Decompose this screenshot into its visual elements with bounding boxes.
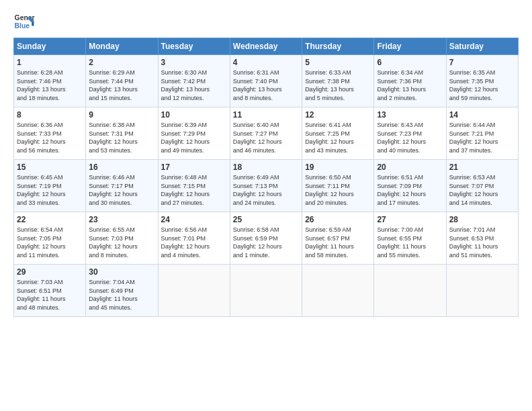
cell-info: Sunrise: 6:38 AMSunset: 7:31 PMDaylight:… bbox=[89, 121, 154, 154]
day-number: 7 bbox=[449, 58, 515, 67]
day-number: 26 bbox=[305, 215, 371, 224]
day-number: 5 bbox=[305, 58, 371, 67]
day-number: 1 bbox=[17, 58, 83, 67]
calendar-cell: 20Sunrise: 6:51 AMSunset: 7:09 PMDayligh… bbox=[374, 160, 446, 212]
calendar-cell: 17Sunrise: 6:48 AMSunset: 7:15 PMDayligh… bbox=[158, 160, 230, 212]
day-number: 28 bbox=[449, 215, 515, 224]
calendar-cell: 27Sunrise: 7:00 AMSunset: 6:55 PMDayligh… bbox=[374, 212, 446, 265]
cell-info: Sunrise: 6:41 AMSunset: 7:25 PMDaylight:… bbox=[305, 121, 371, 154]
calendar-cell: 5Sunrise: 6:33 AMSunset: 7:38 PMDaylight… bbox=[302, 55, 374, 107]
cell-info: Sunrise: 6:30 AMSunset: 7:42 PMDaylight:… bbox=[161, 68, 227, 102]
calendar-cell: 9Sunrise: 6:38 AMSunset: 7:31 PMDaylight… bbox=[86, 107, 158, 160]
day-header-friday: Friday bbox=[374, 38, 446, 55]
cell-info: Sunrise: 7:01 AMSunset: 6:53 PMDaylight:… bbox=[449, 226, 515, 259]
cell-info: Sunrise: 7:04 AMSunset: 6:49 PMDaylight:… bbox=[89, 278, 154, 312]
calendar-cell: 3Sunrise: 6:30 AMSunset: 7:42 PMDaylight… bbox=[158, 55, 230, 107]
cell-info: Sunrise: 6:43 AMSunset: 7:23 PMDaylight:… bbox=[377, 121, 443, 154]
day-header-wednesday: Wednesday bbox=[230, 38, 302, 55]
calendar-cell bbox=[446, 265, 518, 317]
day-number: 23 bbox=[89, 215, 154, 224]
cell-info: Sunrise: 6:54 AMSunset: 7:05 PMDaylight:… bbox=[17, 226, 83, 259]
cell-info: Sunrise: 6:51 AMSunset: 7:09 PMDaylight:… bbox=[377, 173, 443, 207]
calendar-cell: 8Sunrise: 6:36 AMSunset: 7:33 PMDaylight… bbox=[14, 107, 86, 160]
calendar-cell: 2Sunrise: 6:29 AMSunset: 7:44 PMDaylight… bbox=[86, 55, 158, 107]
day-number: 2 bbox=[89, 58, 154, 67]
calendar-cell: 7Sunrise: 6:35 AMSunset: 7:35 PMDaylight… bbox=[446, 55, 518, 107]
logo-icon: General Blue bbox=[13, 11, 35, 32]
cell-info: Sunrise: 6:49 AMSunset: 7:13 PMDaylight:… bbox=[233, 173, 299, 207]
calendar-cell: 10Sunrise: 6:39 AMSunset: 7:29 PMDayligh… bbox=[158, 107, 230, 160]
calendar-week-row: 29Sunrise: 7:03 AMSunset: 6:51 PMDayligh… bbox=[14, 265, 519, 317]
calendar-table: SundayMondayTuesdayWednesdayThursdayFrid… bbox=[13, 38, 519, 317]
cell-info: Sunrise: 6:35 AMSunset: 7:35 PMDaylight:… bbox=[449, 68, 515, 102]
day-header-thursday: Thursday bbox=[302, 38, 374, 55]
calendar-cell bbox=[302, 265, 374, 317]
calendar-cell bbox=[230, 265, 302, 317]
cell-info: Sunrise: 6:28 AMSunset: 7:46 PMDaylight:… bbox=[17, 68, 83, 102]
cell-info: Sunrise: 6:31 AMSunset: 7:40 PMDaylight:… bbox=[233, 68, 299, 102]
day-number: 14 bbox=[449, 110, 515, 120]
cell-info: Sunrise: 6:34 AMSunset: 7:36 PMDaylight:… bbox=[377, 68, 443, 102]
day-number: 6 bbox=[377, 58, 443, 67]
day-header-tuesday: Tuesday bbox=[158, 38, 230, 55]
day-header-monday: Monday bbox=[86, 38, 158, 55]
calendar-week-row: 1Sunrise: 6:28 AMSunset: 7:46 PMDaylight… bbox=[14, 55, 519, 107]
cell-info: Sunrise: 6:33 AMSunset: 7:38 PMDaylight:… bbox=[305, 68, 371, 102]
day-number: 20 bbox=[377, 163, 443, 172]
day-number: 12 bbox=[305, 110, 371, 120]
page-container: General Blue SundayMondayTuesdayWednesda… bbox=[0, 0, 532, 324]
cell-info: Sunrise: 6:56 AMSunset: 7:01 PMDaylight:… bbox=[161, 226, 227, 259]
calendar-header-row: SundayMondayTuesdayWednesdayThursdayFrid… bbox=[14, 38, 519, 55]
calendar-week-row: 22Sunrise: 6:54 AMSunset: 7:05 PMDayligh… bbox=[14, 212, 519, 265]
day-number: 11 bbox=[233, 110, 299, 120]
cell-info: Sunrise: 6:53 AMSunset: 7:07 PMDaylight:… bbox=[449, 173, 515, 207]
cell-info: Sunrise: 6:36 AMSunset: 7:33 PMDaylight:… bbox=[17, 121, 83, 154]
day-number: 15 bbox=[17, 163, 83, 172]
cell-info: Sunrise: 6:59 AMSunset: 6:57 PMDaylight:… bbox=[305, 226, 371, 259]
calendar-cell: 18Sunrise: 6:49 AMSunset: 7:13 PMDayligh… bbox=[230, 160, 302, 212]
calendar-cell: 24Sunrise: 6:56 AMSunset: 7:01 PMDayligh… bbox=[158, 212, 230, 265]
calendar-cell bbox=[158, 265, 230, 317]
cell-info: Sunrise: 6:40 AMSunset: 7:27 PMDaylight:… bbox=[233, 121, 299, 154]
day-number: 4 bbox=[233, 58, 299, 67]
cell-info: Sunrise: 6:39 AMSunset: 7:29 PMDaylight:… bbox=[161, 121, 227, 154]
calendar-cell: 4Sunrise: 6:31 AMSunset: 7:40 PMDaylight… bbox=[230, 55, 302, 107]
day-number: 10 bbox=[161, 110, 227, 120]
calendar-cell bbox=[374, 265, 446, 317]
day-number: 29 bbox=[17, 267, 83, 277]
cell-info: Sunrise: 7:03 AMSunset: 6:51 PMDaylight:… bbox=[17, 278, 83, 312]
day-number: 16 bbox=[89, 163, 154, 172]
cell-info: Sunrise: 6:48 AMSunset: 7:15 PMDaylight:… bbox=[161, 173, 227, 207]
day-number: 17 bbox=[161, 163, 227, 172]
calendar-cell: 29Sunrise: 7:03 AMSunset: 6:51 PMDayligh… bbox=[14, 265, 86, 317]
calendar-cell: 25Sunrise: 6:58 AMSunset: 6:59 PMDayligh… bbox=[230, 212, 302, 265]
cell-info: Sunrise: 6:45 AMSunset: 7:19 PMDaylight:… bbox=[17, 173, 83, 207]
calendar-cell: 23Sunrise: 6:55 AMSunset: 7:03 PMDayligh… bbox=[86, 212, 158, 265]
calendar-cell: 13Sunrise: 6:43 AMSunset: 7:23 PMDayligh… bbox=[374, 107, 446, 160]
svg-text:Blue: Blue bbox=[15, 22, 30, 30]
cell-info: Sunrise: 7:00 AMSunset: 6:55 PMDaylight:… bbox=[377, 226, 443, 259]
calendar-cell: 16Sunrise: 6:46 AMSunset: 7:17 PMDayligh… bbox=[86, 160, 158, 212]
day-header-saturday: Saturday bbox=[446, 38, 518, 55]
day-number: 8 bbox=[17, 110, 83, 120]
header: General Blue bbox=[13, 11, 519, 32]
calendar-cell: 1Sunrise: 6:28 AMSunset: 7:46 PMDaylight… bbox=[14, 55, 86, 107]
day-number: 22 bbox=[17, 215, 83, 224]
cell-info: Sunrise: 6:55 AMSunset: 7:03 PMDaylight:… bbox=[89, 226, 154, 259]
calendar-cell: 30Sunrise: 7:04 AMSunset: 6:49 PMDayligh… bbox=[86, 265, 158, 317]
calendar-cell: 26Sunrise: 6:59 AMSunset: 6:57 PMDayligh… bbox=[302, 212, 374, 265]
day-header-sunday: Sunday bbox=[14, 38, 86, 55]
day-number: 18 bbox=[233, 163, 299, 172]
calendar-cell: 15Sunrise: 6:45 AMSunset: 7:19 PMDayligh… bbox=[14, 160, 86, 212]
calendar-cell: 11Sunrise: 6:40 AMSunset: 7:27 PMDayligh… bbox=[230, 107, 302, 160]
calendar-cell: 12Sunrise: 6:41 AMSunset: 7:25 PMDayligh… bbox=[302, 107, 374, 160]
calendar-week-row: 8Sunrise: 6:36 AMSunset: 7:33 PMDaylight… bbox=[14, 107, 519, 160]
day-number: 21 bbox=[449, 163, 515, 172]
calendar-cell: 22Sunrise: 6:54 AMSunset: 7:05 PMDayligh… bbox=[14, 212, 86, 265]
calendar-cell: 14Sunrise: 6:44 AMSunset: 7:21 PMDayligh… bbox=[446, 107, 518, 160]
calendar-cell: 21Sunrise: 6:53 AMSunset: 7:07 PMDayligh… bbox=[446, 160, 518, 212]
calendar-cell: 6Sunrise: 6:34 AMSunset: 7:36 PMDaylight… bbox=[374, 55, 446, 107]
cell-info: Sunrise: 6:44 AMSunset: 7:21 PMDaylight:… bbox=[449, 121, 515, 154]
cell-info: Sunrise: 6:50 AMSunset: 7:11 PMDaylight:… bbox=[305, 173, 371, 207]
cell-info: Sunrise: 6:58 AMSunset: 6:59 PMDaylight:… bbox=[233, 226, 299, 259]
